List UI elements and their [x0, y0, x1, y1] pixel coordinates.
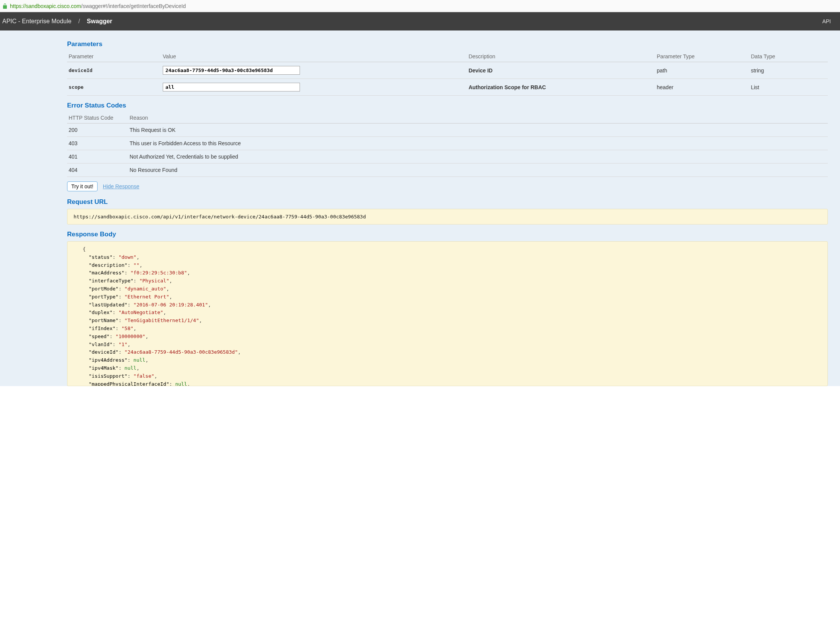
param-paramtype: header	[655, 79, 749, 96]
error-code: 401	[67, 150, 128, 164]
error-reason: This user is Forbidden Access to this Re…	[128, 137, 828, 150]
api-link[interactable]: API	[822, 18, 831, 24]
param-desc: Device ID	[467, 62, 655, 79]
param-datatype: List	[749, 79, 828, 96]
error-reason: This Request is OK	[128, 123, 828, 137]
error-row: 404No Resource Found	[67, 164, 828, 177]
response-body-box: { "status": "down", "description": "", "…	[67, 241, 828, 386]
url-scheme-host: https://sandboxapic.cisco.com	[10, 3, 81, 9]
breadcrumb-swagger[interactable]: Swagger	[87, 18, 112, 25]
param-name: deviceId	[67, 62, 161, 79]
parameters-heading: Parameters	[67, 40, 828, 48]
browser-address-bar[interactable]: https://sandboxapic.cisco.com/swagger#!/…	[0, 0, 840, 12]
error-reason: No Resource Found	[128, 164, 828, 177]
error-row: 403This user is Forbidden Access to this…	[67, 137, 828, 150]
swagger-content: Parameters Parameter Value Description P…	[0, 30, 840, 386]
param-name: scope	[67, 79, 161, 96]
error-code: 404	[67, 164, 128, 177]
errors-table: HTTP Status Code Reason 200This Request …	[67, 112, 828, 177]
app-title[interactable]: APIC - Enterprise Module	[2, 18, 71, 25]
col-value: Value	[161, 51, 467, 62]
param-row-deviceid: deviceId Device ID path string	[67, 62, 828, 79]
response-body-heading: Response Body	[67, 231, 828, 238]
errors-heading: Error Status Codes	[67, 102, 828, 109]
col-status-code: HTTP Status Code	[67, 112, 128, 123]
top-nav: APIC - Enterprise Module / Swagger API	[0, 12, 840, 30]
param-datatype: string	[749, 62, 828, 79]
parameters-table: Parameter Value Description Parameter Ty…	[67, 51, 828, 96]
error-row: 200This Request is OK	[67, 123, 828, 137]
col-data-type: Data Type	[749, 51, 828, 62]
error-code: 200	[67, 123, 128, 137]
request-url-box: https://sandboxapic.cisco.com/api/v1/int…	[67, 209, 828, 225]
try-it-out-button[interactable]: Try it out!	[67, 181, 98, 191]
col-reason: Reason	[128, 112, 828, 123]
hide-response-link[interactable]: Hide Response	[103, 183, 139, 189]
col-description: Description	[467, 51, 655, 62]
param-input-scope[interactable]	[163, 83, 300, 91]
error-reason: Not Authorized Yet, Credentials to be su…	[128, 150, 828, 164]
request-url-heading: Request URL	[67, 198, 828, 206]
param-row-scope: scope Authorization Scope for RBAC heade…	[67, 79, 828, 96]
error-row: 401Not Authorized Yet, Credentials to be…	[67, 150, 828, 164]
col-parameter: Parameter	[67, 51, 161, 62]
param-input-deviceid[interactable]	[163, 66, 300, 75]
col-param-type: Parameter Type	[655, 51, 749, 62]
lock-icon	[2, 3, 8, 9]
param-paramtype: path	[655, 62, 749, 79]
error-code: 403	[67, 137, 128, 150]
breadcrumb-sep: /	[78, 18, 80, 25]
url-path: /swagger#!/interface/getInterfaceByDevic…	[81, 3, 186, 9]
param-desc: Authorization Scope for RBAC	[467, 79, 655, 96]
